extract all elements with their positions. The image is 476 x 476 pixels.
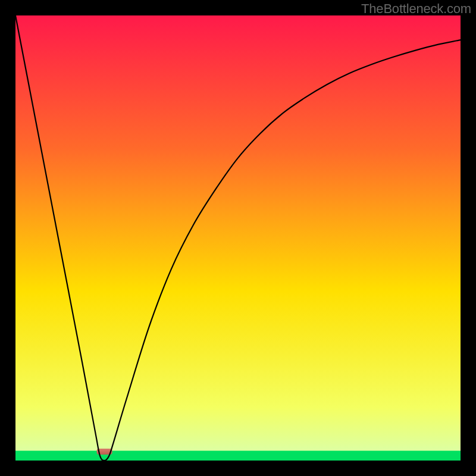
watermark-text: TheBottleneck.com (361, 1, 471, 17)
chart-container: { "watermark": "TheBottleneck.com", "cha… (0, 0, 476, 476)
bottleneck-chart (0, 0, 476, 476)
gradient-background (15, 15, 461, 461)
plot-area (15, 15, 461, 461)
green-bottom-band (15, 451, 461, 461)
